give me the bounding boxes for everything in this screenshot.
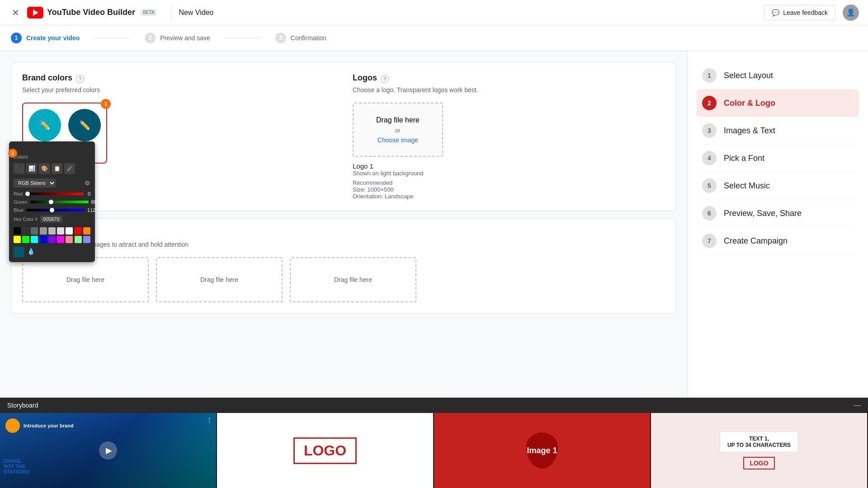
two-col-layout: Brand colors ? Select your preferred col… bbox=[22, 73, 665, 200]
youtube-icon bbox=[27, 7, 43, 19]
sidebar-step-num-6: 6 bbox=[702, 206, 717, 221]
images-section: Images ? Use visually compelling images … bbox=[11, 218, 676, 314]
color-cell[interactable] bbox=[83, 236, 90, 243]
blue-slider[interactable] bbox=[26, 209, 85, 211]
picker-settings-icon[interactable]: ⚙ bbox=[85, 179, 90, 187]
sidebar-step-3[interactable]: 3 Images & Text bbox=[702, 117, 854, 145]
picker-tab-4[interactable]: 📋 bbox=[52, 163, 62, 174]
logos-subtitle: Choose a logo. Transparent logos work be… bbox=[353, 86, 665, 94]
step-3-label: Confirmation bbox=[291, 34, 326, 42]
storyboard-minimize-button[interactable]: — bbox=[854, 401, 861, 409]
image-upload-3[interactable]: Drag file here bbox=[290, 257, 416, 302]
logo-upload-area[interactable]: Drag file here or Choose image bbox=[353, 103, 443, 157]
color-cell[interactable] bbox=[57, 227, 64, 235]
dropper-icon[interactable]: 💧 bbox=[27, 248, 36, 257]
logo-name: Logo 1 bbox=[353, 162, 665, 170]
step-1-num: 1 bbox=[11, 33, 22, 43]
user-avatar[interactable]: 👤 bbox=[843, 5, 859, 21]
brand-colors-help[interactable]: ? bbox=[76, 75, 84, 83]
step-2[interactable]: 2 Preview and save bbox=[145, 33, 210, 43]
blue-val: 112 bbox=[87, 207, 95, 213]
color-cell[interactable] bbox=[75, 236, 82, 243]
green-slider[interactable] bbox=[30, 201, 89, 203]
or-text: or bbox=[395, 127, 401, 134]
color-grid bbox=[14, 227, 90, 243]
step-2-num: 2 bbox=[145, 33, 156, 43]
step-3[interactable]: 3 Confirmation bbox=[275, 33, 326, 43]
sidebar-step-5[interactable]: 5 Select Music bbox=[702, 172, 854, 200]
text-line1: TEXT 1, bbox=[727, 436, 791, 442]
play-icon: ▶ bbox=[106, 446, 112, 455]
drag-text-2: Drag file here bbox=[200, 276, 238, 283]
sidebar-step-4[interactable]: 4 Pick a Font bbox=[702, 145, 854, 172]
storyboard-frame-1: Introduce your brand ▶ CHASENOT THESTATI… bbox=[0, 413, 217, 488]
color-cell[interactable] bbox=[31, 227, 38, 235]
picker-mode-select[interactable]: RGB Sliders bbox=[14, 178, 56, 188]
color-cell[interactable] bbox=[66, 227, 73, 235]
play-button[interactable]: ▶ bbox=[99, 441, 117, 460]
color-cell[interactable] bbox=[40, 227, 47, 235]
color-cell[interactable] bbox=[83, 227, 90, 235]
color-cell[interactable] bbox=[48, 236, 56, 243]
sidebar-step-num-7: 7 bbox=[702, 234, 717, 248]
primary-color-swatch[interactable]: ✏️ bbox=[28, 109, 61, 141]
app-title: YouTube Video Builder bbox=[47, 8, 135, 17]
picker-tab-3[interactable]: 🎨 bbox=[39, 163, 50, 174]
leave-feedback-button[interactable]: 💬 Leave feedback bbox=[764, 5, 835, 20]
video-big-text: CHASENOT THESTATIONS! bbox=[4, 458, 30, 474]
color-cell[interactable] bbox=[57, 236, 64, 243]
brand-colors-subtitle: Select your preferred colors bbox=[22, 86, 335, 94]
close-button[interactable]: ✕ bbox=[9, 6, 22, 19]
brand-colors-title: Brand colors bbox=[22, 73, 72, 83]
video-more-button[interactable]: ⋮ bbox=[206, 417, 212, 424]
picker-tab-5[interactable]: 🖊 bbox=[64, 163, 75, 174]
step-connector-1 bbox=[94, 38, 130, 38]
color-cell[interactable] bbox=[66, 236, 73, 243]
edit-icon: ✏️ bbox=[39, 120, 51, 131]
green-slider-row: Green 88 bbox=[14, 199, 90, 205]
picker-tab-2[interactable]: 📊 bbox=[26, 163, 37, 174]
storyboard-frame-2: LOGO bbox=[217, 413, 434, 488]
color-cell[interactable] bbox=[40, 236, 47, 243]
text-color-swatch[interactable]: ✏️ bbox=[68, 109, 101, 141]
avatar-icon: 👤 bbox=[846, 8, 855, 17]
sidebar-step-1[interactable]: 1 Select Layout bbox=[702, 62, 854, 89]
video-avatar bbox=[5, 418, 20, 433]
image-upload-2[interactable]: Drag file here bbox=[156, 257, 283, 302]
image1-label: Image 1 bbox=[527, 446, 557, 455]
picker-action-row: 💧 bbox=[14, 247, 90, 258]
choose-image-link[interactable]: Choose image bbox=[377, 136, 418, 144]
sidebar-step-label-5: Select Music bbox=[724, 181, 770, 191]
green-label: Green bbox=[14, 199, 28, 205]
brand-logos-card: Brand colors ? Select your preferred col… bbox=[11, 62, 676, 211]
color-cell[interactable] bbox=[14, 227, 21, 235]
color-cell[interactable] bbox=[31, 236, 38, 243]
feedback-icon: 💬 bbox=[772, 9, 779, 16]
sidebar-step-label-3: Images & Text bbox=[724, 126, 775, 136]
hex-label: Hex Color # bbox=[14, 217, 38, 222]
storyboard-title: Storyboard bbox=[7, 402, 38, 409]
color-cell[interactable] bbox=[75, 227, 82, 235]
step-1[interactable]: 1 Create your video bbox=[11, 33, 80, 43]
sidebar-step-2[interactable]: 2 Color & Logo bbox=[697, 89, 859, 117]
image-upload-1[interactable]: Drag file here bbox=[22, 257, 149, 302]
hex-val[interactable]: 005870 bbox=[40, 216, 62, 223]
feedback-label: Leave feedback bbox=[783, 9, 828, 16]
color-cell[interactable] bbox=[14, 236, 21, 243]
logos-help[interactable]: ? bbox=[381, 75, 389, 83]
color-cell[interactable] bbox=[22, 236, 29, 243]
sidebar-step-label-4: Pick a Font bbox=[724, 154, 764, 163]
picker-tab-1[interactable]: ⬛ bbox=[14, 163, 24, 174]
color-cell[interactable] bbox=[48, 227, 56, 235]
logos-title: Logos bbox=[353, 73, 377, 83]
header: ✕ YouTube Video Builder BETA New Video 💬… bbox=[0, 0, 868, 25]
sidebar-step-6[interactable]: 6 Preview, Save, Share bbox=[702, 200, 854, 227]
color-cell[interactable] bbox=[22, 227, 29, 235]
stepper: 1 Create your video 2 Preview and save 3… bbox=[0, 25, 868, 51]
sidebar-step-7[interactable]: 7 Create Campaign bbox=[702, 227, 854, 255]
hex-row: Hex Color # 005870 bbox=[14, 216, 90, 223]
sidebar-step-label-7: Create Campaign bbox=[724, 236, 788, 246]
storyboard: Storyboard — Introduce your brand ▶ CHAS… bbox=[0, 398, 868, 488]
sidebar-step-num-4: 4 bbox=[702, 151, 717, 165]
red-slider[interactable] bbox=[25, 192, 84, 195]
